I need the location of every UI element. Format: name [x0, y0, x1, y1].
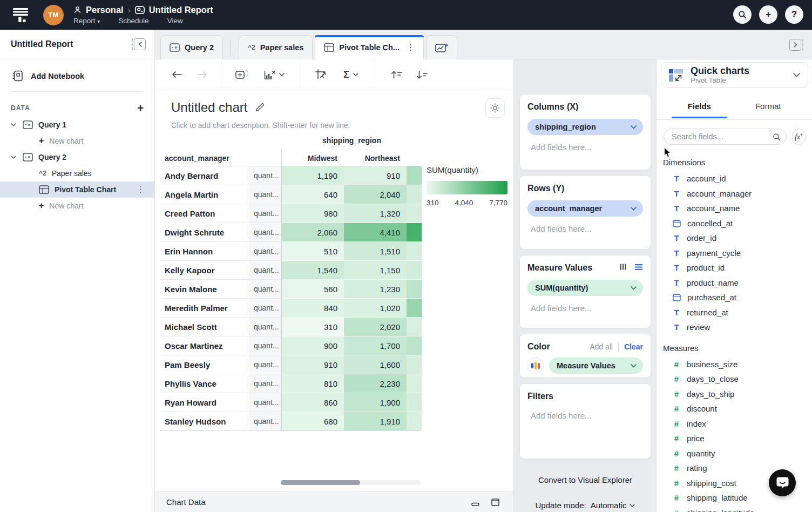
right-panel-collapse-button[interactable] — [789, 39, 803, 51]
tab-pivot-table-chart[interactable]: Pivot Table Ch... ⋮ — [315, 35, 424, 59]
add-notebook-button[interactable]: Add Notebook — [0, 59, 154, 90]
search-button[interactable] — [733, 5, 752, 24]
pill-shipping-region[interactable]: shipping_region — [527, 119, 643, 135]
sidebar-collapse-button[interactable] — [132, 38, 146, 50]
field-product-name[interactable]: Tproduct_name — [657, 275, 812, 291]
remove-chart-element-button[interactable] — [264, 70, 285, 80]
color-card: Color Add all Clear Measure Values — [519, 334, 651, 378]
left-sidebar: Untitled Report Add Notebook DATA + Quer… — [0, 30, 155, 512]
clear-link[interactable]: Clear — [624, 342, 643, 351]
field-days-to-close[interactable]: #days_to_close — [657, 372, 812, 387]
tab-menu-icon[interactable]: ⋮ — [404, 43, 415, 52]
chart-settings-button[interactable] — [485, 98, 505, 118]
field-product-id[interactable]: Tproduct_id — [657, 260, 812, 275]
column-layout-icon[interactable] — [619, 263, 627, 273]
pill-label: account_manager — [535, 204, 631, 213]
sort-descending-button[interactable] — [416, 70, 428, 79]
field-quantity[interactable]: #quantity — [657, 446, 812, 461]
sidebar-item-paper-sales[interactable]: ^2Paper sales — [0, 165, 154, 181]
tab-fields[interactable]: Fields — [685, 94, 714, 118]
field-payment-cycle[interactable]: Tpayment_cycle — [657, 246, 812, 261]
chat-icon — [776, 476, 789, 489]
field-review[interactable]: Treview — [657, 320, 812, 335]
add-fields-placeholder[interactable]: Add fields here... — [531, 411, 643, 420]
edit-title-icon[interactable] — [255, 103, 265, 112]
field-account-manager[interactable]: Taccount_manager — [657, 186, 812, 201]
add-formula-button[interactable]: fx+ — [792, 129, 806, 145]
aggregate-button[interactable]: Σ — [343, 69, 358, 80]
measure-label-cell: quant... — [249, 280, 282, 299]
pill-account-manager[interactable]: account_manager — [527, 200, 643, 217]
menu-schedule[interactable]: Schedule — [118, 17, 148, 25]
avatar[interactable]: TM — [43, 5, 64, 25]
sidebar-item-new-chart[interactable]: +New chart — [0, 133, 154, 149]
sidebar-item-query-1[interactable]: Query 1 — [0, 117, 154, 133]
field-purchased-at[interactable]: purchased_at — [657, 290, 812, 305]
add-fields-placeholder[interactable]: Add fields here... — [531, 143, 643, 152]
tab-query-2[interactable]: Query 2 — [160, 35, 223, 59]
menu-report[interactable]: Report ▾ — [73, 17, 100, 25]
add-all-link[interactable]: Add all — [590, 342, 613, 351]
tab-label: Query 2 — [185, 43, 214, 52]
field-account-name[interactable]: Taccount_name — [657, 201, 812, 216]
partial-value-cell — [407, 318, 422, 336]
maximize-panel-button[interactable] — [491, 498, 499, 506]
breadcrumb-report[interactable]: Untitled Report — [149, 5, 213, 15]
add-button[interactable]: + — [759, 5, 777, 24]
text-type-icon: T — [673, 204, 680, 213]
field-days-to-ship[interactable]: #days_to_ship — [657, 387, 812, 402]
field-index[interactable]: #index — [657, 416, 812, 432]
app-logo[interactable] — [10, 5, 31, 25]
transpose-button[interactable] — [315, 69, 327, 80]
update-mode-dropdown[interactable]: Automatic — [591, 501, 635, 510]
field-shipping-longitude[interactable]: #shipping_longitude — [657, 506, 812, 512]
add-fields-placeholder[interactable]: Add fields here... — [531, 304, 643, 313]
minimize-panel-button[interactable] — [471, 498, 479, 506]
sidebar-item-pivot-table-chart[interactable]: Pivot Table Chart⋮ — [0, 181, 154, 198]
field-order-id[interactable]: Torder_id — [657, 231, 812, 246]
field-business-size[interactable]: #business_size — [657, 357, 812, 372]
value-cell-northeast: 1,900 — [344, 393, 407, 412]
add-reference-button[interactable] — [235, 69, 249, 80]
chart-type-selector[interactable]: Quick charts Pivot Table — [661, 62, 808, 87]
field-cancelled-at[interactable]: cancelled_at — [657, 216, 812, 231]
sort-ascending-button[interactable] — [390, 70, 403, 79]
collapse-left-icon — [134, 38, 146, 50]
menu-view[interactable]: View — [167, 17, 183, 25]
pill-sum-quantity[interactable]: SUM(quantity) — [527, 280, 643, 296]
undo-button[interactable] — [171, 70, 182, 79]
field-discount[interactable]: #discount — [657, 401, 812, 416]
redo-button[interactable] — [197, 70, 208, 79]
field-price[interactable]: #price — [657, 431, 812, 446]
new-chart-tab-button[interactable] — [426, 35, 457, 59]
sidebar-item-query-2[interactable]: Query 2 — [0, 149, 154, 165]
chart-description-placeholder[interactable]: Click to add chart description. Shift-en… — [171, 121, 350, 130]
horizontal-scrollbar[interactable] — [281, 480, 421, 485]
color-palette-icon[interactable] — [527, 358, 544, 374]
search-fields-input[interactable] — [672, 132, 773, 141]
sidebar-item-new-chart[interactable]: +New chart — [0, 198, 154, 214]
pill-color-measure-values[interactable]: Measure Values — [549, 358, 643, 374]
add-fields-placeholder[interactable]: Add fields here... — [531, 224, 643, 233]
search-fields-box[interactable] — [664, 129, 787, 145]
field-returned-at[interactable]: Treturned_at — [657, 305, 812, 320]
tab-paper-sales[interactable]: ^2 Paper sales — [239, 35, 313, 59]
chart-data-bar[interactable]: Chart Data — [155, 491, 513, 512]
breadcrumb-workspace[interactable]: Personal — [86, 5, 124, 15]
add-data-button[interactable]: + — [137, 104, 144, 112]
chat-widget-button[interactable] — [769, 469, 796, 496]
pivot-corner — [160, 136, 282, 150]
convert-to-visual-explorer-button[interactable]: Convert to Visual Explorer — [534, 471, 637, 489]
tab-format[interactable]: Format — [752, 94, 784, 118]
chart-title[interactable]: Untitled chart — [171, 100, 247, 115]
dimensions-label: Dimensions — [663, 158, 812, 167]
divider — [618, 342, 619, 351]
value-cell-midwest: 310 — [282, 318, 344, 336]
scrollbar-thumb[interactable] — [281, 480, 360, 485]
item-menu-icon[interactable]: ⋮ — [137, 185, 145, 194]
field-label: product_id — [687, 263, 725, 272]
query-icon — [170, 43, 180, 52]
row-layout-icon[interactable] — [634, 263, 643, 273]
field-account-id[interactable]: Taccount_id — [657, 171, 812, 186]
help-button[interactable]: ? — [785, 5, 803, 24]
